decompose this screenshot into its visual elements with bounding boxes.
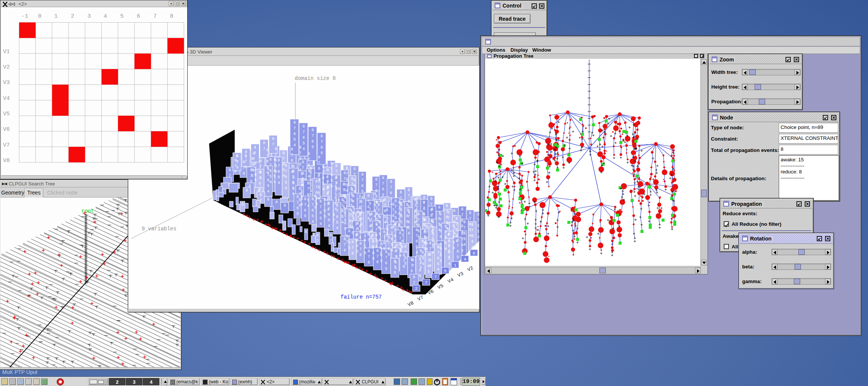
svg-text:0: 0 bbox=[38, 13, 41, 20]
svg-text:7: 7 bbox=[425, 280, 428, 285]
svg-text:4: 4 bbox=[315, 202, 318, 206]
svg-text:6: 6 bbox=[259, 182, 261, 186]
svg-text:8: 8 bbox=[408, 188, 410, 192]
svg-text:6: 6 bbox=[344, 248, 346, 253]
svg-text:7: 7 bbox=[375, 183, 377, 187]
svg-text:4: 4 bbox=[330, 184, 333, 188]
svg-text:7: 7 bbox=[417, 218, 420, 222]
svg-text:8: 8 bbox=[423, 196, 425, 200]
svg-text:6: 6 bbox=[324, 209, 326, 213]
svg-text:domain size 8: domain size 8 bbox=[295, 75, 336, 81]
svg-text:7: 7 bbox=[440, 248, 442, 252]
svg-text:7: 7 bbox=[328, 207, 330, 211]
svg-text:8: 8 bbox=[308, 152, 310, 156]
svg-text:7: 7 bbox=[388, 241, 390, 245]
svg-text:7: 7 bbox=[383, 236, 385, 240]
svg-text:8: 8 bbox=[170, 13, 173, 20]
svg-text:7: 7 bbox=[394, 265, 396, 269]
svg-text:8: 8 bbox=[360, 200, 362, 204]
svg-text:7: 7 bbox=[391, 231, 393, 236]
svg-text:7: 7 bbox=[400, 196, 402, 200]
svg-text:8: 8 bbox=[463, 220, 466, 224]
svg-text:8: 8 bbox=[461, 232, 463, 236]
svg-text:8: 8 bbox=[304, 197, 306, 201]
svg-text:7: 7 bbox=[318, 161, 320, 165]
svg-text:4: 4 bbox=[416, 251, 418, 255]
svg-text:8: 8 bbox=[349, 208, 351, 212]
svg-text:V5: V5 bbox=[437, 283, 445, 290]
svg-text:7: 7 bbox=[352, 200, 355, 204]
svg-text:6: 6 bbox=[312, 208, 314, 213]
svg-text:7: 7 bbox=[416, 234, 418, 238]
svg-text:8: 8 bbox=[401, 228, 403, 232]
svg-text:V7: V7 bbox=[3, 142, 10, 149]
svg-text:8: 8 bbox=[350, 187, 353, 191]
svg-text:6: 6 bbox=[299, 198, 301, 202]
svg-text:6: 6 bbox=[428, 264, 430, 268]
svg-text:8: 8 bbox=[250, 168, 252, 172]
svg-text:8: 8 bbox=[448, 232, 450, 236]
svg-text:6: 6 bbox=[341, 209, 344, 213]
svg-text:4: 4 bbox=[278, 181, 280, 185]
svg-text:7: 7 bbox=[303, 130, 305, 134]
svg-text:8: 8 bbox=[269, 158, 272, 162]
svg-text:8: 8 bbox=[296, 195, 299, 199]
svg-text:8: 8 bbox=[375, 178, 377, 182]
svg-text:8: 8 bbox=[431, 207, 433, 211]
svg-text:7: 7 bbox=[434, 275, 437, 279]
svg-text:5: 5 bbox=[309, 187, 312, 191]
svg-text:7: 7 bbox=[296, 201, 299, 205]
svg-text:4: 4 bbox=[104, 13, 107, 20]
svg-text:6: 6 bbox=[391, 237, 393, 241]
svg-text:7: 7 bbox=[348, 235, 350, 239]
svg-text:6: 6 bbox=[267, 178, 269, 182]
svg-text:5: 5 bbox=[437, 262, 439, 266]
svg-text:6: 6 bbox=[376, 260, 379, 264]
svg-text:5: 5 bbox=[319, 216, 322, 221]
svg-text:4: 4 bbox=[426, 247, 428, 251]
svg-text:5: 5 bbox=[348, 246, 350, 250]
svg-text:8: 8 bbox=[408, 209, 410, 213]
svg-text:8: 8 bbox=[388, 236, 390, 240]
svg-text:6: 6 bbox=[368, 260, 370, 265]
svg-text:5: 5 bbox=[388, 253, 390, 257]
svg-text:6: 6 bbox=[439, 224, 442, 228]
svg-text:8: 8 bbox=[267, 167, 269, 171]
svg-text:8: 8 bbox=[353, 167, 356, 171]
svg-text:7: 7 bbox=[304, 203, 306, 207]
svg-text:8: 8 bbox=[328, 201, 330, 205]
svg-text:8: 8 bbox=[251, 157, 254, 161]
svg-text:4: 4 bbox=[346, 189, 348, 193]
svg-text:4: 4 bbox=[379, 238, 381, 242]
svg-text:V8: V8 bbox=[3, 158, 10, 164]
svg-text:8: 8 bbox=[327, 185, 329, 189]
svg-text:8: 8 bbox=[333, 213, 335, 217]
svg-text:5: 5 bbox=[419, 274, 421, 278]
svg-text:6: 6 bbox=[356, 244, 358, 248]
svg-text:7: 7 bbox=[342, 188, 345, 192]
svg-text:8: 8 bbox=[386, 208, 388, 212]
svg-text:4: 4 bbox=[292, 192, 294, 196]
svg-text:7: 7 bbox=[359, 219, 361, 223]
svg-text:6: 6 bbox=[353, 178, 356, 182]
svg-text:8: 8 bbox=[367, 194, 370, 198]
svg-text:7: 7 bbox=[292, 175, 294, 179]
svg-text:8: 8 bbox=[406, 203, 408, 207]
svg-text:8: 8 bbox=[447, 210, 449, 214]
svg-text:4: 4 bbox=[353, 190, 356, 194]
svg-text:7: 7 bbox=[367, 238, 370, 242]
svg-text:5: 5 bbox=[344, 227, 346, 231]
svg-text:6: 6 bbox=[401, 239, 403, 244]
svg-text:8: 8 bbox=[411, 258, 413, 262]
svg-text:5: 5 bbox=[318, 191, 320, 195]
svg-text:7: 7 bbox=[445, 230, 447, 234]
svg-text:8: 8 bbox=[312, 197, 314, 201]
svg-text:V6: V6 bbox=[3, 126, 10, 133]
svg-text:7: 7 bbox=[251, 162, 254, 167]
svg-text:7: 7 bbox=[469, 217, 471, 221]
svg-text:7: 7 bbox=[477, 218, 479, 222]
svg-text:8: 8 bbox=[318, 174, 320, 178]
svg-text:8: 8 bbox=[260, 193, 262, 197]
svg-text:7: 7 bbox=[336, 209, 338, 213]
svg-text:7: 7 bbox=[439, 218, 442, 222]
